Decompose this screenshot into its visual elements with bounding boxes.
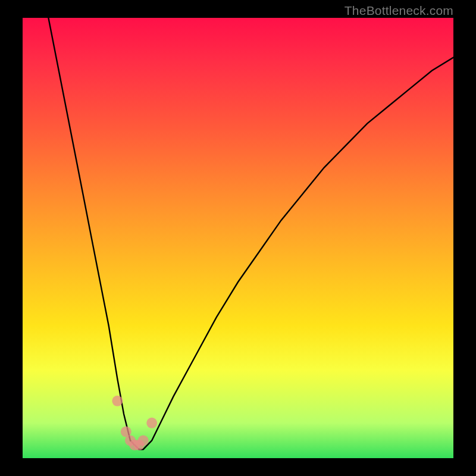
trough-dot	[146, 418, 157, 428]
trough-dot	[112, 396, 123, 406]
plot-area	[23, 18, 453, 458]
trough-dot	[138, 435, 149, 446]
watermark-text: TheBottleneck.com	[345, 4, 453, 18]
curve-layer	[23, 18, 453, 458]
chart-frame: TheBottleneck.com	[0, 0, 476, 476]
bottleneck-curve	[48, 18, 453, 449]
